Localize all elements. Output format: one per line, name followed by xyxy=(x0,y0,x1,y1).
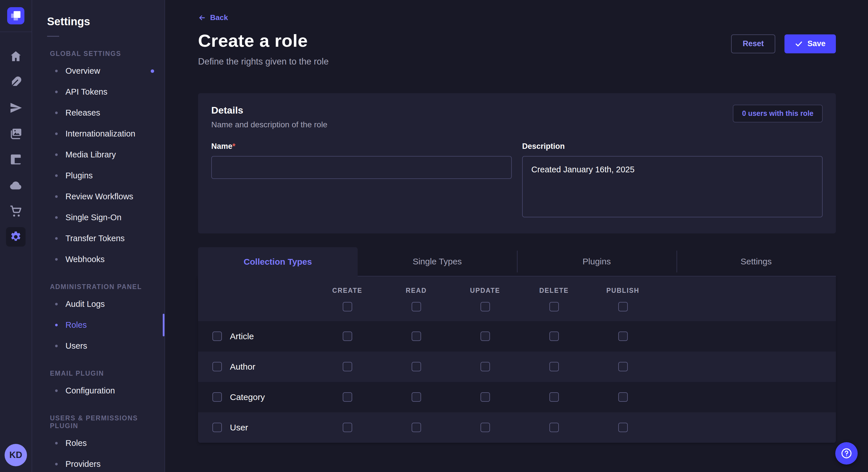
select-all-create-checkbox[interactable] xyxy=(343,302,352,311)
row-select-checkbox[interactable] xyxy=(212,362,222,371)
layout-icon[interactable] xyxy=(6,150,26,169)
tab-plugins[interactable]: Plugins xyxy=(517,247,677,276)
icon-rail: KD xyxy=(0,0,32,472)
sidebar-item-label: Internationalization xyxy=(65,129,135,138)
sidebar-item-plugins[interactable]: Plugins xyxy=(32,165,164,186)
category-delete-checkbox[interactable] xyxy=(549,392,559,402)
user-delete-checkbox[interactable] xyxy=(549,423,559,432)
bullet-icon xyxy=(55,258,58,261)
sidebar-item-releases[interactable]: Releases xyxy=(32,102,164,123)
tab-single-types[interactable]: Single Types xyxy=(358,247,517,276)
sidebar-item-media-library[interactable]: Media Library xyxy=(32,144,164,165)
sidebar-item-label: Review Workflows xyxy=(65,192,133,201)
author-delete-checkbox[interactable] xyxy=(549,362,559,371)
strapi-logo[interactable] xyxy=(7,7,24,24)
author-read-checkbox[interactable] xyxy=(412,362,421,371)
author-publish-checkbox[interactable] xyxy=(618,362,628,371)
details-subtitle: Name and description of the role xyxy=(211,120,328,129)
row-select-checkbox[interactable] xyxy=(212,332,222,341)
column-header-create: CREATE xyxy=(332,287,363,295)
sidebar-item-users[interactable]: Users xyxy=(32,336,164,357)
description-textarea[interactable]: Created January 16th, 2025 xyxy=(522,156,823,217)
tab-settings[interactable]: Settings xyxy=(677,247,836,276)
category-publish-checkbox[interactable] xyxy=(618,392,628,402)
row-label: Author xyxy=(230,362,255,372)
sidebar-item-transfer-tokens[interactable]: Transfer Tokens xyxy=(32,228,164,249)
user-publish-checkbox[interactable] xyxy=(618,423,628,432)
home-icon[interactable] xyxy=(6,46,26,66)
article-delete-checkbox[interactable] xyxy=(549,332,559,341)
back-link[interactable]: Back xyxy=(198,13,228,22)
bullet-icon xyxy=(55,237,58,240)
sidebar-item-configuration[interactable]: Configuration xyxy=(32,380,164,401)
row-select-checkbox[interactable] xyxy=(212,423,222,432)
article-create-checkbox[interactable] xyxy=(343,332,352,341)
sidebar-item-audit-logs[interactable]: Audit Logs xyxy=(32,294,164,314)
cart-icon[interactable] xyxy=(6,201,26,221)
user-read-checkbox[interactable] xyxy=(412,423,421,432)
sidebar-item-providers[interactable]: Providers xyxy=(32,453,164,472)
cloud-icon[interactable] xyxy=(6,175,26,195)
column-header-read: READ xyxy=(406,287,427,295)
active-item-indicator xyxy=(163,314,164,336)
check-icon xyxy=(795,40,803,48)
bullet-icon xyxy=(55,195,58,198)
sidebar-item-overview[interactable]: Overview xyxy=(32,61,164,81)
back-row: Back xyxy=(198,13,836,23)
user-create-checkbox[interactable] xyxy=(343,423,352,432)
sidebar-item-label: Media Library xyxy=(65,150,116,160)
save-button[interactable]: Save xyxy=(784,34,836,53)
article-read-checkbox[interactable] xyxy=(412,332,421,341)
sidebar-item-review-workflows[interactable]: Review Workflows xyxy=(32,186,164,207)
details-fields: Name* Description Created January 16th, … xyxy=(211,142,823,218)
category-read-checkbox[interactable] xyxy=(412,392,421,402)
column-header-delete: DELETE xyxy=(539,287,569,295)
sidebar-item-label: Releases xyxy=(65,108,100,117)
subnav-title: Settings xyxy=(47,15,164,28)
tab-collection-types[interactable]: Collection Types xyxy=(198,247,358,276)
images-icon[interactable] xyxy=(6,124,26,143)
bullet-icon xyxy=(55,324,58,326)
sidebar-item-single-sign-on[interactable]: Single Sign-On xyxy=(32,207,164,228)
bullet-icon xyxy=(55,70,58,72)
page-header: Create a role Define the rights given to… xyxy=(198,30,836,67)
select-all-read-checkbox[interactable] xyxy=(412,302,421,311)
select-all-publish-checkbox[interactable] xyxy=(618,302,628,311)
permissions-tabs: Collection Types Single Types Plugins Se… xyxy=(198,247,836,276)
table-row-category: Category xyxy=(198,382,836,412)
avatar[interactable]: KD xyxy=(5,444,27,466)
sidebar-item-roles-up[interactable]: Roles xyxy=(32,433,164,453)
feather-icon[interactable] xyxy=(6,72,26,92)
gear-icon[interactable] xyxy=(6,227,26,247)
name-input[interactable] xyxy=(211,156,512,179)
sidebar-item-api-tokens[interactable]: API Tokens xyxy=(32,81,164,102)
section-label-users-permissions-plugin: USERS & PERMISSIONS PLUGIN xyxy=(50,414,164,430)
permissions-section: Collection Types Single Types Plugins Se… xyxy=(198,247,836,443)
section-label-email-plugin: EMAIL PLUGIN xyxy=(50,370,164,377)
bullet-icon xyxy=(55,91,58,93)
select-all-delete-checkbox[interactable] xyxy=(549,302,559,311)
sidebar-item-label: Overview xyxy=(65,66,100,76)
author-create-checkbox[interactable] xyxy=(343,362,352,371)
page-subtitle: Define the rights given to the role xyxy=(198,57,329,67)
users-with-role-button[interactable]: 0 users with this role xyxy=(733,105,823,123)
select-all-update-checkbox[interactable] xyxy=(480,302,490,311)
row-select-checkbox[interactable] xyxy=(212,392,222,402)
paper-plane-icon[interactable] xyxy=(6,98,26,117)
sidebar-item-label: Audit Logs xyxy=(65,299,105,309)
author-update-checkbox[interactable] xyxy=(480,362,490,371)
reset-button[interactable]: Reset xyxy=(731,34,775,53)
column-labels-row: CREATE READ UPDATE DELETE PUBLISH xyxy=(198,287,836,295)
details-card: Details Name and description of the role… xyxy=(198,93,836,233)
category-update-checkbox[interactable] xyxy=(480,392,490,402)
article-update-checkbox[interactable] xyxy=(480,332,490,341)
article-publish-checkbox[interactable] xyxy=(618,332,628,341)
help-button[interactable] xyxy=(835,442,858,465)
category-create-checkbox[interactable] xyxy=(343,392,352,402)
user-update-checkbox[interactable] xyxy=(480,423,490,432)
name-label-text: Name xyxy=(211,142,232,150)
sidebar-item-roles-admin[interactable]: Roles xyxy=(32,314,164,336)
bullet-icon xyxy=(55,303,58,305)
sidebar-item-internationalization[interactable]: Internationalization xyxy=(32,123,164,144)
sidebar-item-webhooks[interactable]: Webhooks xyxy=(32,249,164,270)
